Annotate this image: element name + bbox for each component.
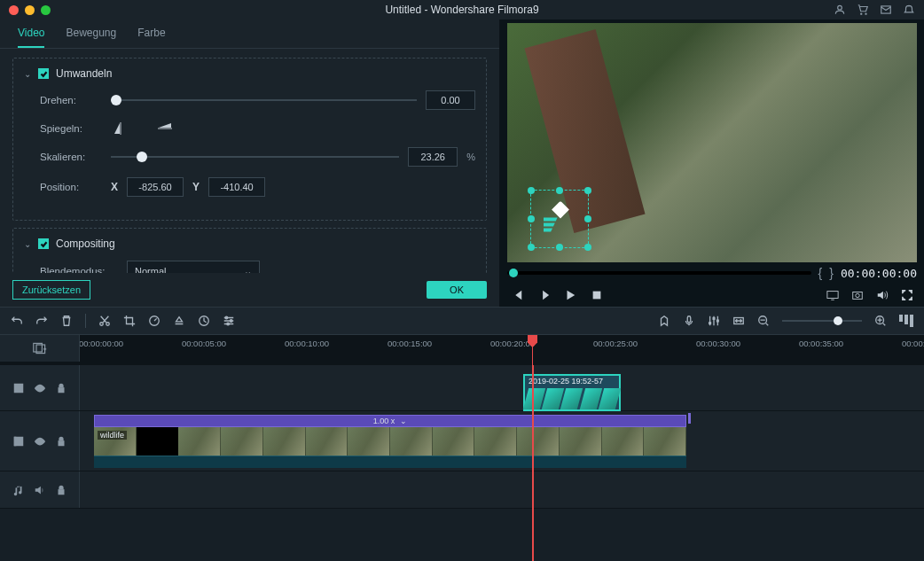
transform-title: Umwandeln [56, 67, 112, 80]
zoom-out-icon[interactable] [757, 315, 770, 327]
clip-audio-waveform[interactable] [94, 456, 686, 468]
ruler-tick: 00:00:15:00 [388, 339, 432, 348]
speed-icon[interactable] [148, 315, 161, 327]
cart-icon[interactable] [857, 4, 869, 16]
track-lock-icon[interactable] [55, 435, 67, 448]
clip-name: wildlife [98, 431, 127, 440]
blendmode-select[interactable]: Normal ⌄ [127, 261, 260, 273]
svg-point-19 [230, 320, 232, 323]
display-settings-icon[interactable] [826, 289, 839, 301]
preview-viewport[interactable] [507, 23, 917, 262]
timeline-ruler[interactable]: 00:00:00:00 00:00:05:00 00:00:10:00 00:0… [80, 335, 924, 365]
rotate-value[interactable]: 0.00 [426, 90, 475, 110]
svg-point-2 [865, 13, 866, 14]
svg-rect-23 [713, 318, 715, 320]
delete-icon[interactable] [60, 315, 73, 327]
render-quality-icon[interactable] [899, 315, 913, 327]
play-icon[interactable] [564, 289, 576, 301]
crop-icon[interactable] [123, 315, 136, 327]
transform-handles[interactable] [530, 190, 589, 248]
overlay-track: 2019-02-25 19:52-57 [0, 365, 924, 411]
cut-icon[interactable] [98, 315, 111, 327]
track-lock-icon[interactable] [55, 382, 67, 394]
svg-point-0 [838, 5, 842, 10]
timeline-toolbar [0, 307, 924, 335]
flip-horizontal-icon[interactable] [111, 121, 130, 136]
close-window[interactable] [9, 5, 19, 15]
clip-end-marker[interactable] [688, 413, 691, 424]
rotate-label: Drehen: [40, 95, 102, 105]
tab-color[interactable]: Farbe [137, 27, 165, 48]
zoom-in-icon[interactable] [874, 315, 887, 327]
reset-button[interactable]: Zurücksetzen [12, 280, 90, 300]
minimize-window[interactable] [25, 5, 35, 15]
track-mute-icon[interactable] [34, 484, 46, 496]
svg-rect-12 [853, 292, 863, 300]
keyframe-icon[interactable] [198, 315, 210, 327]
svg-rect-7 [544, 218, 558, 222]
overlay-clip[interactable]: 2019-02-25 19:52-57 [523, 374, 621, 411]
svg-rect-9 [544, 229, 552, 232]
y-axis-label: Y [192, 181, 200, 193]
audio-track-icon[interactable] [12, 484, 25, 496]
voiceover-icon[interactable] [683, 315, 695, 327]
flip-vertical-icon[interactable] [155, 121, 175, 136]
mail-icon[interactable] [880, 4, 892, 16]
svg-rect-11 [827, 292, 838, 299]
scale-value[interactable]: 23.26 [408, 147, 458, 167]
svg-rect-33 [58, 387, 64, 393]
marker-icon[interactable] [658, 315, 670, 327]
position-y-value[interactable]: -410.40 [208, 177, 265, 197]
preview-scrubber[interactable] [507, 271, 811, 275]
collapse-compositing-icon[interactable]: ⌄ [24, 239, 31, 249]
compositing-section: ⌄ Compositing Blendemodus: Normal ⌄ [12, 228, 487, 273]
video-clip[interactable]: 1.00 x ⌄ wildlife [94, 415, 686, 468]
zoom-slider[interactable] [782, 320, 862, 322]
position-x-value[interactable]: -825.60 [127, 177, 184, 197]
track-visibility-icon[interactable] [34, 382, 46, 394]
play-pause-icon[interactable] [537, 289, 550, 301]
svg-rect-35 [13, 436, 16, 446]
stop-icon[interactable] [591, 289, 603, 301]
playhead[interactable] [532, 335, 533, 365]
color-icon[interactable] [173, 315, 185, 327]
tab-motion[interactable]: Bewegung [66, 27, 116, 48]
clip-speed-bar[interactable]: 1.00 x ⌄ [94, 415, 686, 427]
svg-point-20 [227, 323, 230, 325]
video-track-icon[interactable] [12, 435, 25, 448]
mixer-icon[interactable] [708, 315, 720, 327]
prev-frame-icon[interactable] [511, 289, 523, 301]
mark-out-icon[interactable]: } [829, 266, 834, 280]
maximize-window[interactable] [41, 5, 51, 15]
fit-icon[interactable] [732, 315, 745, 327]
notification-icon[interactable] [903, 4, 915, 16]
transform-checkbox[interactable] [38, 68, 49, 79]
compositing-checkbox[interactable] [38, 238, 49, 249]
preview-panel: { } 00:00:00:00 [500, 19, 924, 307]
snapshot-icon[interactable] [851, 289, 864, 301]
adjust-icon[interactable] [223, 315, 235, 327]
svg-point-36 [38, 440, 42, 443]
add-media-button[interactable] [0, 335, 80, 362]
rotate-slider[interactable] [111, 99, 417, 101]
volume-icon[interactable] [876, 289, 889, 301]
ok-button[interactable]: OK [427, 281, 487, 299]
audio-track [0, 471, 924, 509]
mark-in-icon[interactable]: { [818, 266, 823, 280]
overlay-track-icon[interactable] [12, 382, 25, 394]
scale-unit: % [466, 152, 475, 162]
fullscreen-icon[interactable] [901, 289, 913, 301]
undo-icon[interactable] [11, 315, 23, 327]
scale-label: Skalieren: [40, 152, 102, 162]
redo-icon[interactable] [35, 315, 48, 327]
blendmode-label: Blendemodus: [40, 266, 118, 273]
svg-point-1 [861, 13, 862, 14]
track-visibility-icon[interactable] [34, 435, 46, 448]
tab-video[interactable]: Video [18, 27, 44, 48]
scale-slider[interactable] [111, 156, 399, 158]
svg-rect-31 [15, 385, 21, 391]
mirror-label: Spiegeln: [40, 123, 102, 134]
track-lock-icon[interactable] [55, 484, 67, 496]
collapse-transform-icon[interactable]: ⌄ [24, 69, 31, 79]
user-icon[interactable] [834, 4, 846, 16]
